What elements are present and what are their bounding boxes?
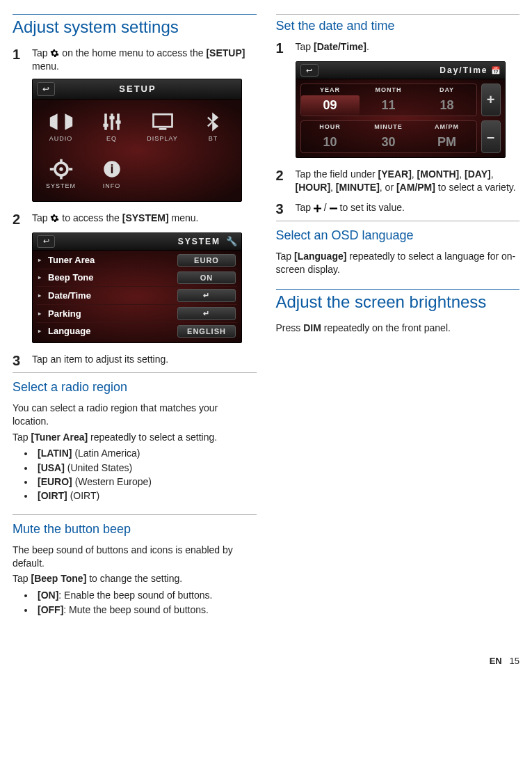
beep-para: The beep sound of buttons and icons is e…: [13, 544, 257, 570]
wrench-icon: 🔧: [226, 236, 237, 246]
page-footer: EN 15: [13, 656, 519, 666]
system-row-parking[interactable]: Parking ↵: [37, 305, 237, 323]
text: menu.: [32, 61, 59, 72]
year-value[interactable]: 09: [301, 95, 360, 116]
dt-step-1: 1 Tap [Date/Time].: [276, 40, 520, 56]
heading-radio-region: Select a radio region: [13, 372, 257, 395]
heading-brightness: Adjust the screen brightness: [276, 289, 520, 312]
radio-para: You can select a radio region that match…: [13, 402, 257, 428]
step-number: 3: [13, 353, 32, 368]
system-screenshot: ↩ SYSTEM 🔧 Tuner Area EURO Beep Tone ON …: [32, 232, 242, 343]
setup-eq[interactable]: EQ: [88, 104, 136, 148]
svg-rect-7: [159, 128, 166, 130]
step-text: Tap an item to adjust its setting.: [32, 353, 257, 368]
system-row-tuner[interactable]: Tuner Area EURO: [37, 252, 237, 269]
step-2: 2 Tap to access the [SYSTEM] menu.: [13, 212, 257, 227]
calendar-icon: 📅: [491, 66, 501, 75]
step-number: 3: [276, 201, 296, 216]
text: on the home menu to access the: [59, 47, 206, 58]
step-1: 1 Tap on the home menu to access the [SE…: [13, 47, 257, 73]
step-number: 2: [13, 212, 32, 227]
footer-lang: EN: [490, 656, 502, 666]
svg-rect-6: [153, 114, 172, 127]
svg-rect-10: [60, 159, 63, 162]
beep-instruction: Tap [Beep Tone] to change the setting.: [13, 572, 257, 585]
setup-info[interactable]: i INFO: [88, 151, 136, 196]
footer-page: 15: [510, 656, 519, 666]
radio-options: [LATIN] (Latin America) [USA] (United St…: [13, 446, 257, 503]
osd-para: Tap [Language] repeatedly to select a la…: [276, 250, 520, 276]
time-block: HOUR MINUTE AM/PM 10 30 PM: [300, 120, 477, 153]
setup-bt[interactable]: BT: [189, 104, 237, 148]
plus-button[interactable]: +: [481, 84, 501, 116]
text: Tap: [32, 47, 50, 58]
setup-display[interactable]: DISPLAY: [138, 104, 186, 148]
step-number: 1: [13, 47, 32, 73]
system-title: SYSTEM: [55, 237, 223, 246]
svg-text:i: i: [110, 162, 113, 176]
minute-value[interactable]: 30: [360, 132, 418, 152]
heading-adjust-system: Adjust system settings: [13, 14, 257, 37]
daytime-screenshot: ↩ Day/Time 📅 YEAR MONTH DAY 09 11: [296, 61, 506, 158]
brightness-para: Press DIM repeatedly on the front panel.: [276, 322, 520, 335]
system-menu-label: [SYSTEM]: [122, 212, 169, 223]
svg-rect-13: [68, 168, 72, 171]
text: to access the: [59, 212, 122, 223]
beep-options: [ON]: Enable the beep sound of buttons. …: [13, 588, 257, 617]
minus-button[interactable]: –: [481, 120, 501, 153]
svg-rect-16: [330, 207, 337, 209]
dt-step-3: 3 Tap / to set its value.: [276, 201, 520, 216]
day-value[interactable]: 18: [418, 95, 476, 116]
svg-rect-11: [60, 175, 63, 179]
setup-screenshot: ↩ SETUP AUDIO EQ DISPLAY: [32, 79, 242, 202]
hour-value[interactable]: 10: [301, 132, 360, 152]
svg-point-9: [59, 167, 63, 171]
heading-osd-language: Select an OSD language: [276, 221, 520, 243]
step-number: 2: [276, 168, 296, 194]
back-button[interactable]: ↩: [300, 64, 319, 77]
svg-rect-12: [49, 168, 53, 171]
heading-date-time: Set the date and time: [276, 14, 520, 33]
setup-system[interactable]: SYSTEM: [37, 151, 85, 196]
svg-rect-5: [115, 120, 120, 124]
month-value[interactable]: 11: [360, 95, 418, 116]
heading-mute-beep: Mute the button beep: [13, 514, 257, 537]
dt-step-2: 2 Tap the field under [YEAR], [MONTH], […: [276, 168, 520, 194]
radio-instruction: Tap [Tuner Area] repeatedly to select a …: [13, 431, 257, 444]
svg-rect-3: [103, 123, 108, 127]
date-block: YEAR MONTH DAY 09 11 18: [300, 84, 477, 116]
system-row-datetime[interactable]: Date/Time ↵: [37, 287, 237, 305]
ampm-value[interactable]: PM: [418, 132, 476, 152]
text: Tap: [32, 212, 50, 223]
step-3: 3 Tap an item to adjust its setting.: [13, 353, 257, 368]
back-button[interactable]: ↩: [37, 82, 55, 96]
setup-menu-label: [SETUP]: [206, 47, 245, 58]
minus-icon: [330, 202, 337, 213]
setup-audio[interactable]: AUDIO: [37, 104, 85, 148]
text: menu.: [169, 212, 199, 223]
plus-icon: [314, 202, 321, 213]
settings-icon: [50, 47, 59, 58]
system-icon: [50, 212, 59, 223]
svg-rect-4: [109, 116, 114, 120]
setup-title: SETUP: [55, 84, 220, 94]
daytime-title: Day/Time: [319, 65, 491, 75]
system-row-language[interactable]: Language ENGLISH: [37, 323, 237, 340]
step-number: 1: [276, 40, 296, 56]
back-button[interactable]: ↩: [37, 235, 55, 248]
system-row-beep[interactable]: Beep Tone ON: [37, 269, 237, 287]
